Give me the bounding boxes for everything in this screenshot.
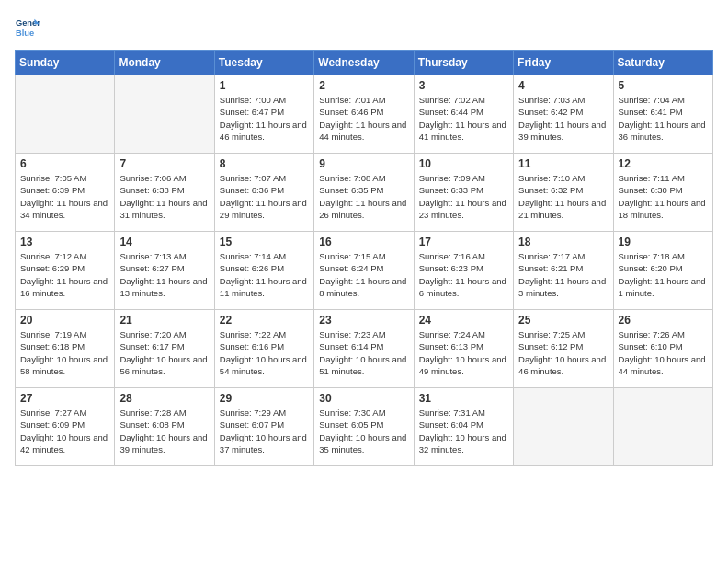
calendar-cell: 18Sunrise: 7:17 AMSunset: 6:21 PMDayligh… bbox=[514, 232, 613, 310]
day-number: 11 bbox=[518, 157, 608, 170]
calendar-cell: 10Sunrise: 7:09 AMSunset: 6:33 PMDayligh… bbox=[414, 154, 513, 232]
day-info: Sunrise: 7:27 AMSunset: 6:09 PMDaylight:… bbox=[20, 407, 109, 455]
calendar-table: SundayMondayTuesdayWednesdayThursdayFrid… bbox=[15, 50, 713, 466]
calendar-cell: 21Sunrise: 7:20 AMSunset: 6:17 PMDayligh… bbox=[115, 310, 214, 388]
calendar-cell: 15Sunrise: 7:14 AMSunset: 6:26 PMDayligh… bbox=[214, 232, 313, 310]
weekday-header-monday: Monday bbox=[115, 51, 214, 75]
calendar-cell: 17Sunrise: 7:16 AMSunset: 6:23 PMDayligh… bbox=[414, 232, 513, 310]
day-number: 25 bbox=[518, 314, 608, 327]
calendar-cell: 27Sunrise: 7:27 AMSunset: 6:09 PMDayligh… bbox=[16, 388, 115, 466]
day-info: Sunrise: 7:04 AMSunset: 6:41 PMDaylight:… bbox=[619, 94, 708, 143]
week-row-1: 1Sunrise: 7:00 AMSunset: 6:47 PMDaylight… bbox=[16, 75, 713, 154]
day-info: Sunrise: 7:12 AMSunset: 6:29 PMDaylight:… bbox=[20, 250, 109, 299]
calendar-cell: 13Sunrise: 7:12 AMSunset: 6:29 PMDayligh… bbox=[16, 232, 115, 310]
day-number: 3 bbox=[419, 79, 508, 92]
calendar-cell bbox=[115, 75, 214, 154]
calendar-cell: 20Sunrise: 7:19 AMSunset: 6:18 PMDayligh… bbox=[16, 310, 115, 388]
day-number: 26 bbox=[619, 314, 708, 327]
logo: GeneralBlue bbox=[15, 15, 40, 40]
week-row-4: 20Sunrise: 7:19 AMSunset: 6:18 PMDayligh… bbox=[16, 310, 713, 388]
day-number: 9 bbox=[319, 157, 408, 170]
day-number: 28 bbox=[119, 392, 209, 405]
day-info: Sunrise: 7:11 AMSunset: 6:30 PMDaylight:… bbox=[619, 172, 708, 221]
weekday-header-row: SundayMondayTuesdayWednesdayThursdayFrid… bbox=[16, 51, 713, 75]
logo-icon: GeneralBlue bbox=[15, 15, 40, 40]
day-info: Sunrise: 7:24 AMSunset: 6:13 PMDaylight:… bbox=[419, 328, 508, 377]
day-number: 10 bbox=[419, 157, 508, 170]
calendar-cell: 2Sunrise: 7:01 AMSunset: 6:46 PMDaylight… bbox=[314, 75, 414, 154]
day-number: 23 bbox=[319, 314, 408, 327]
day-info: Sunrise: 7:19 AMSunset: 6:18 PMDaylight:… bbox=[20, 328, 109, 377]
day-number: 12 bbox=[619, 157, 708, 170]
day-number: 24 bbox=[419, 314, 508, 327]
day-number: 15 bbox=[220, 236, 309, 248]
day-number: 30 bbox=[319, 392, 408, 405]
day-number: 8 bbox=[220, 157, 309, 170]
day-number: 17 bbox=[419, 236, 508, 248]
day-info: Sunrise: 7:14 AMSunset: 6:26 PMDaylight:… bbox=[220, 250, 309, 299]
day-info: Sunrise: 7:06 AMSunset: 6:38 PMDaylight:… bbox=[119, 172, 209, 221]
day-info: Sunrise: 7:03 AMSunset: 6:42 PMDaylight:… bbox=[518, 94, 608, 143]
weekday-header-saturday: Saturday bbox=[613, 51, 712, 75]
day-info: Sunrise: 7:28 AMSunset: 6:08 PMDaylight:… bbox=[119, 407, 209, 455]
day-number: 13 bbox=[20, 236, 109, 248]
day-number: 5 bbox=[619, 79, 708, 92]
calendar-cell: 26Sunrise: 7:26 AMSunset: 6:10 PMDayligh… bbox=[613, 310, 712, 388]
day-info: Sunrise: 7:01 AMSunset: 6:46 PMDaylight:… bbox=[319, 94, 408, 143]
day-number: 22 bbox=[220, 314, 309, 327]
calendar-cell: 7Sunrise: 7:06 AMSunset: 6:38 PMDaylight… bbox=[115, 154, 214, 232]
day-info: Sunrise: 7:16 AMSunset: 6:23 PMDaylight:… bbox=[419, 250, 508, 299]
day-info: Sunrise: 7:08 AMSunset: 6:35 PMDaylight:… bbox=[319, 172, 408, 221]
week-row-5: 27Sunrise: 7:27 AMSunset: 6:09 PMDayligh… bbox=[16, 388, 713, 466]
day-info: Sunrise: 7:00 AMSunset: 6:47 PMDaylight:… bbox=[220, 94, 309, 143]
day-number: 18 bbox=[518, 236, 608, 248]
week-row-3: 13Sunrise: 7:12 AMSunset: 6:29 PMDayligh… bbox=[16, 232, 713, 310]
day-number: 14 bbox=[119, 236, 209, 248]
day-info: Sunrise: 7:02 AMSunset: 6:44 PMDaylight:… bbox=[419, 94, 508, 143]
day-info: Sunrise: 7:23 AMSunset: 6:14 PMDaylight:… bbox=[319, 328, 408, 377]
calendar-cell: 23Sunrise: 7:23 AMSunset: 6:14 PMDayligh… bbox=[314, 310, 414, 388]
day-info: Sunrise: 7:17 AMSunset: 6:21 PMDaylight:… bbox=[518, 250, 608, 299]
day-info: Sunrise: 7:10 AMSunset: 6:32 PMDaylight:… bbox=[518, 172, 608, 221]
day-number: 1 bbox=[220, 79, 309, 92]
day-info: Sunrise: 7:07 AMSunset: 6:36 PMDaylight:… bbox=[220, 172, 309, 221]
calendar-cell bbox=[16, 75, 115, 154]
calendar-cell: 12Sunrise: 7:11 AMSunset: 6:30 PMDayligh… bbox=[613, 154, 712, 232]
weekday-header-wednesday: Wednesday bbox=[314, 51, 414, 75]
calendar-cell: 25Sunrise: 7:25 AMSunset: 6:12 PMDayligh… bbox=[514, 310, 613, 388]
day-number: 29 bbox=[220, 392, 309, 405]
weekday-header-sunday: Sunday bbox=[16, 51, 115, 75]
day-number: 31 bbox=[419, 392, 508, 405]
day-number: 21 bbox=[119, 314, 209, 327]
day-number: 19 bbox=[619, 236, 708, 248]
weekday-header-thursday: Thursday bbox=[414, 51, 513, 75]
calendar-cell: 11Sunrise: 7:10 AMSunset: 6:32 PMDayligh… bbox=[514, 154, 613, 232]
calendar-cell: 29Sunrise: 7:29 AMSunset: 6:07 PMDayligh… bbox=[214, 388, 313, 466]
day-info: Sunrise: 7:09 AMSunset: 6:33 PMDaylight:… bbox=[419, 172, 508, 221]
page-header: GeneralBlue bbox=[15, 15, 713, 40]
day-info: Sunrise: 7:22 AMSunset: 6:16 PMDaylight:… bbox=[220, 328, 309, 377]
day-info: Sunrise: 7:13 AMSunset: 6:27 PMDaylight:… bbox=[119, 250, 209, 299]
weekday-header-tuesday: Tuesday bbox=[214, 51, 313, 75]
calendar-cell: 1Sunrise: 7:00 AMSunset: 6:47 PMDaylight… bbox=[214, 75, 313, 154]
day-number: 6 bbox=[20, 157, 109, 170]
calendar-cell: 4Sunrise: 7:03 AMSunset: 6:42 PMDaylight… bbox=[514, 75, 613, 154]
day-info: Sunrise: 7:30 AMSunset: 6:05 PMDaylight:… bbox=[319, 407, 408, 455]
day-number: 27 bbox=[20, 392, 109, 405]
weekday-header-friday: Friday bbox=[514, 51, 613, 75]
calendar-cell: 5Sunrise: 7:04 AMSunset: 6:41 PMDaylight… bbox=[613, 75, 712, 154]
calendar-cell: 9Sunrise: 7:08 AMSunset: 6:35 PMDaylight… bbox=[314, 154, 414, 232]
day-number: 16 bbox=[319, 236, 408, 248]
calendar-cell: 31Sunrise: 7:31 AMSunset: 6:04 PMDayligh… bbox=[414, 388, 513, 466]
calendar-cell bbox=[514, 388, 613, 466]
day-number: 2 bbox=[319, 79, 408, 92]
day-info: Sunrise: 7:18 AMSunset: 6:20 PMDaylight:… bbox=[619, 250, 708, 299]
day-number: 4 bbox=[518, 79, 608, 92]
calendar-cell: 3Sunrise: 7:02 AMSunset: 6:44 PMDaylight… bbox=[414, 75, 513, 154]
week-row-2: 6Sunrise: 7:05 AMSunset: 6:39 PMDaylight… bbox=[16, 154, 713, 232]
day-info: Sunrise: 7:20 AMSunset: 6:17 PMDaylight:… bbox=[119, 328, 209, 377]
calendar-cell: 8Sunrise: 7:07 AMSunset: 6:36 PMDaylight… bbox=[214, 154, 313, 232]
day-info: Sunrise: 7:29 AMSunset: 6:07 PMDaylight:… bbox=[220, 407, 309, 455]
day-number: 20 bbox=[20, 314, 109, 327]
calendar-cell bbox=[613, 388, 712, 466]
